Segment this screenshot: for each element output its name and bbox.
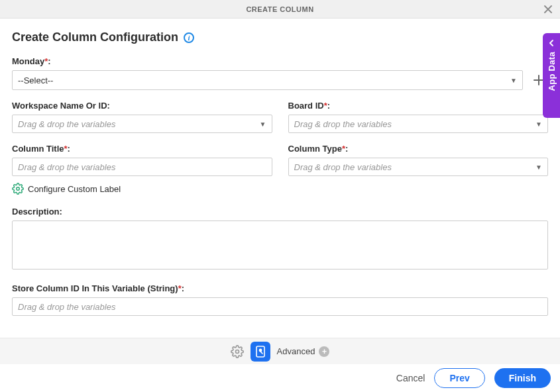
app-data-label: App Data	[547, 52, 557, 91]
advanced-toggle[interactable]: Advanced +	[277, 346, 330, 357]
footer: Cancel Prev Finish	[0, 364, 560, 392]
column-type-col: Column Type*: Drag & drop the variables …	[288, 144, 549, 176]
bottom-toolbar: Advanced +	[0, 338, 560, 364]
board-label: Board ID*:	[288, 101, 549, 111]
monday-label-text: Monday	[12, 56, 44, 66]
workspace-label: Workspace Name Or ID:	[12, 101, 272, 111]
settings-icon[interactable]	[231, 345, 244, 358]
store-var-label-text: Store Column ID In This Variable (String…	[12, 283, 178, 293]
column-title-label-text: Column Title	[12, 144, 64, 154]
chevron-down-icon: ▼	[535, 164, 542, 171]
monday-select-value: --Select--	[18, 75, 510, 85]
board-select[interactable]: Drag & drop the variables ▼	[288, 115, 549, 133]
document-icon[interactable]	[251, 342, 270, 362]
content-area: Create Column Configuration i Monday*: -…	[0, 19, 560, 316]
monday-colon: :	[48, 56, 50, 66]
page-title: Create Column Configuration	[12, 30, 178, 44]
workspace-col: Workspace Name Or ID: Drag & drop the va…	[12, 101, 272, 133]
info-icon[interactable]: i	[184, 32, 194, 43]
store-var-input[interactable]	[18, 298, 542, 315]
svg-point-1	[235, 350, 239, 353]
close-icon[interactable]	[541, 3, 555, 16]
column-title-col: Column Title*:	[12, 144, 272, 176]
page-title-row: Create Column Configuration i	[12, 30, 548, 44]
chevron-down-icon: ▼	[260, 121, 266, 128]
configure-custom-label-text: Configure Custom Label	[28, 184, 121, 194]
column-type-placeholder: Drag & drop the variables	[294, 162, 536, 172]
configure-custom-label[interactable]: Configure Custom Label	[12, 183, 548, 195]
monday-row: Monday*: --Select-- ▼	[12, 56, 548, 90]
workspace-placeholder: Drag & drop the variables	[18, 119, 260, 129]
modal-title: CREATE COLUMN	[246, 5, 313, 13]
description-textarea[interactable]	[12, 220, 548, 270]
gear-icon	[12, 183, 24, 195]
modal-header: CREATE COLUMN	[0, 0, 560, 19]
column-title-input[interactable]	[18, 158, 266, 175]
column-type-select[interactable]: Drag & drop the variables ▼	[288, 158, 549, 176]
cancel-button[interactable]: Cancel	[396, 373, 425, 383]
workspace-select[interactable]: Drag & drop the variables ▼	[12, 115, 272, 133]
column-type-label-text: Column Type	[288, 144, 342, 154]
finish-button[interactable]: Finish	[494, 368, 551, 388]
chevron-down-icon: ▼	[535, 121, 542, 128]
column-title-colon: :	[68, 144, 70, 154]
svg-point-0	[17, 187, 20, 191]
title-type-row: Column Title*: Column Type*: Drag & drop…	[12, 144, 548, 176]
board-label-text: Board ID	[288, 101, 324, 111]
board-placeholder: Drag & drop the variables	[294, 119, 536, 129]
column-type-label: Column Type*:	[288, 144, 549, 154]
workspace-board-row: Workspace Name Or ID: Drag & drop the va…	[12, 101, 548, 133]
monday-label: Monday*:	[12, 56, 523, 66]
monday-field-group: Monday*: --Select-- ▼	[12, 56, 523, 90]
column-title-label: Column Title*:	[12, 144, 272, 154]
chevron-left-icon	[548, 40, 555, 46]
app-data-tab[interactable]: App Data	[543, 33, 560, 118]
chevron-down-icon: ▼	[510, 77, 517, 84]
board-colon: :	[327, 101, 330, 111]
store-var-colon: :	[182, 283, 184, 293]
store-var-group: Store Column ID In This Variable (String…	[12, 283, 548, 316]
monday-select[interactable]: --Select-- ▼	[12, 70, 523, 90]
column-title-input-wrap	[12, 158, 272, 176]
board-col: Board ID*: Drag & drop the variables ▼	[288, 101, 549, 133]
store-var-input-wrap	[12, 297, 548, 316]
store-var-label: Store Column ID In This Variable (String…	[12, 283, 548, 293]
column-type-colon: :	[345, 144, 348, 154]
plus-circle-icon: +	[319, 346, 329, 357]
description-label: Description:	[12, 207, 548, 217]
advanced-label: Advanced	[277, 346, 315, 356]
description-group: Description:	[12, 207, 548, 271]
prev-button[interactable]: Prev	[434, 368, 484, 388]
